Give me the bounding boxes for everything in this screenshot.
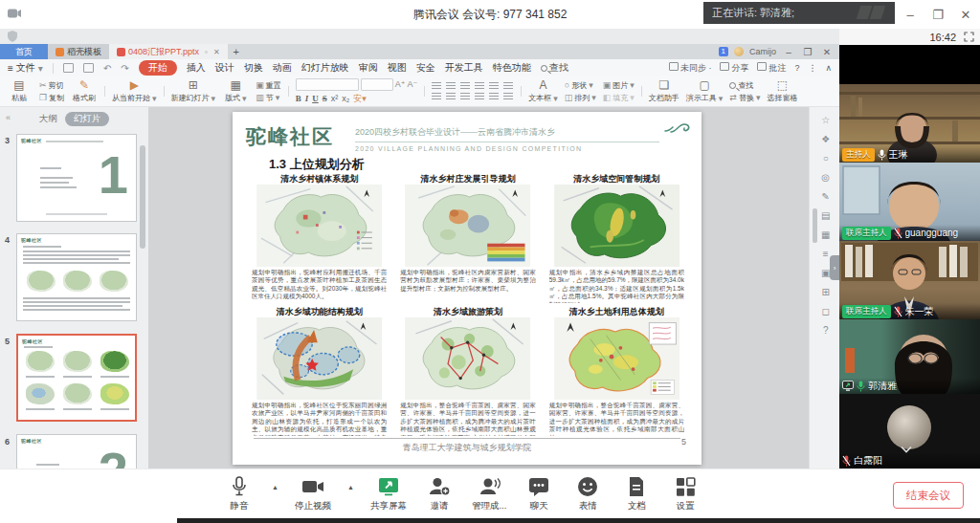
sync-status[interactable]: 未同步 · bbox=[669, 62, 712, 75]
fullscreen-icon[interactable] bbox=[964, 32, 974, 42]
find-button[interactable]: 查找 bbox=[729, 80, 760, 91]
highlight-button[interactable]: 安▾ bbox=[353, 93, 367, 105]
line-spacing-icon[interactable] bbox=[489, 93, 499, 99]
menu-insert[interactable]: 插入 bbox=[187, 61, 206, 75]
superscript-button[interactable]: x² bbox=[331, 94, 339, 103]
video-tile-guangguang[interactable]: 联席主持人 guangguang bbox=[839, 163, 980, 241]
wps-restore-button[interactable]: ❐ bbox=[801, 47, 814, 57]
collapse-ribbon-icon[interactable]: ∧ bbox=[825, 63, 832, 73]
undo-icon[interactable]: ↶ bbox=[103, 63, 111, 74]
layout-tool-icon[interactable]: ▤ bbox=[821, 210, 830, 221]
tab-pin-icon[interactable]: ▫ bbox=[205, 48, 208, 56]
align-left-icon[interactable] bbox=[432, 82, 441, 89]
slide-thumbnail-5-selected[interactable]: 驼峰社区 bbox=[16, 334, 137, 422]
chat-button[interactable]: 聊天 bbox=[523, 476, 555, 512]
textbox-button[interactable]: A文本框▾ bbox=[528, 79, 558, 103]
close-button[interactable]: ✕ bbox=[957, 8, 974, 22]
emoji-button[interactable]: 表情 bbox=[571, 476, 604, 512]
menu-security[interactable]: 安全 bbox=[416, 61, 435, 75]
numbering-icon[interactable] bbox=[446, 93, 456, 99]
canvas-scrollbar[interactable] bbox=[813, 208, 817, 243]
font-size-input[interactable] bbox=[361, 78, 393, 91]
align-right-icon[interactable] bbox=[460, 82, 470, 89]
cut-button[interactable]: ✂剪切 bbox=[39, 80, 64, 91]
menu-animation[interactable]: 动画 bbox=[273, 61, 292, 75]
comment-button[interactable]: 批注 bbox=[757, 62, 786, 75]
settings-button[interactable]: 设置 bbox=[669, 476, 702, 512]
notification-badge[interactable]: 1 bbox=[719, 47, 728, 56]
tab-home[interactable]: 首页 bbox=[0, 44, 48, 59]
help-tool-icon[interactable]: ? bbox=[823, 325, 829, 336]
save-icon[interactable] bbox=[63, 63, 74, 73]
manage-members-button[interactable]: 管理成... bbox=[472, 476, 506, 512]
list-tool-icon[interactable]: ≡ bbox=[823, 249, 829, 259]
bullets-icon[interactable] bbox=[432, 93, 441, 99]
menu-features[interactable]: 特色功能 bbox=[493, 61, 531, 75]
menu-view[interactable]: 视图 bbox=[388, 61, 407, 75]
video-tile-zhuyirong[interactable]: 联席主持人 朱一荣 bbox=[839, 241, 980, 319]
copy-button[interactable]: ❐复制 bbox=[39, 93, 64, 103]
shape-tool-icon[interactable]: ○ bbox=[823, 153, 829, 163]
tab-docer[interactable]: 稻壳模板 bbox=[48, 44, 109, 59]
menu-find[interactable]: 查找 bbox=[541, 61, 568, 75]
strike-button[interactable]: S bbox=[323, 94, 327, 103]
slide-thumbnail-3[interactable]: 驼峰社区 1 bbox=[16, 134, 137, 222]
new-tab-button[interactable]: + bbox=[228, 44, 245, 59]
stop-video-button[interactable]: 停止视频 bbox=[295, 476, 331, 512]
subscript-button[interactable]: x₂ bbox=[342, 94, 349, 103]
font-name-input[interactable] bbox=[296, 78, 359, 91]
menu-transition[interactable]: 切换 bbox=[244, 61, 263, 75]
underline-button[interactable]: U bbox=[312, 94, 319, 103]
reset-button[interactable]: ▣重置 bbox=[256, 80, 281, 91]
paste-button[interactable]: ▤粘贴 bbox=[6, 79, 33, 103]
invite-button[interactable]: 邀请 bbox=[423, 476, 456, 512]
more-icon[interactable]: ⋮ bbox=[808, 63, 816, 73]
menu-devtools[interactable]: 开发工具 bbox=[445, 61, 483, 75]
new-slide-button[interactable]: ⊞新建幻灯片▾ bbox=[171, 79, 216, 103]
replace-button[interactable]: ⇄替换▾ bbox=[729, 93, 760, 103]
align-objects-icon[interactable] bbox=[503, 93, 513, 99]
video-tile-bailuyang[interactable]: 白露阳 bbox=[839, 394, 980, 469]
video-options-arrow[interactable]: ▲ bbox=[347, 484, 354, 490]
video-tile-wanglin[interactable]: 主持人 王琳 bbox=[839, 84, 980, 163]
file-menu[interactable]: ≡ 文件 ▾ bbox=[8, 61, 43, 75]
tab-outline[interactable]: 大纲 bbox=[39, 113, 57, 125]
minimize-button[interactable]: – bbox=[902, 8, 919, 22]
menu-slideshow[interactable]: 幻灯片放映 bbox=[301, 61, 349, 75]
mute-options-arrow[interactable]: ▲ bbox=[272, 484, 278, 490]
text-direction-icon[interactable] bbox=[503, 82, 513, 89]
wps-minimize-button[interactable]: – bbox=[782, 47, 795, 57]
maximize-button[interactable]: ❐ bbox=[929, 8, 947, 22]
picture-button[interactable]: ▣图片▾ bbox=[603, 80, 635, 91]
tab-document[interactable]: 0408汇报PPT.pptx ▫ ✕ bbox=[109, 44, 228, 59]
indent-less-icon[interactable] bbox=[460, 93, 470, 99]
fill-button[interactable]: ◧填充▾ bbox=[603, 93, 635, 103]
wps-close-button[interactable]: ✕ bbox=[820, 47, 834, 57]
chart-tool-icon[interactable]: ▦ bbox=[821, 229, 830, 240]
justify-icon[interactable] bbox=[475, 82, 484, 89]
end-meeting-button[interactable]: 结束会议 bbox=[893, 482, 964, 509]
video-tile-guoqingya[interactable]: 郭清雅 bbox=[839, 319, 980, 394]
align-center-icon[interactable] bbox=[446, 82, 456, 89]
help-button[interactable]: ? bbox=[794, 63, 799, 73]
edit-tool-icon[interactable]: ✎ bbox=[822, 191, 830, 202]
layout-button[interactable]: ▦版式▾ bbox=[222, 79, 249, 103]
menu-design[interactable]: 设计 bbox=[215, 61, 234, 75]
account-avatar[interactable] bbox=[734, 47, 744, 56]
bold-button[interactable]: B bbox=[296, 94, 301, 103]
slide-thumbnail-6[interactable]: 驼峰社区 2 bbox=[16, 434, 137, 469]
arrange-button[interactable]: ◫排列▾ bbox=[565, 93, 596, 103]
indent-more-icon[interactable] bbox=[475, 93, 484, 99]
select-pane-button[interactable]: ⬚选择窗格 bbox=[767, 79, 797, 103]
doc-helper-button[interactable]: ❏文档助手 bbox=[649, 79, 679, 103]
font-shrink-icon[interactable]: A⁻ bbox=[407, 79, 417, 89]
menu-review[interactable]: 审阅 bbox=[359, 61, 378, 75]
redo-icon[interactable]: ↷ bbox=[121, 63, 128, 74]
shape-button[interactable]: ○形状▾ bbox=[565, 80, 596, 91]
columns-icon[interactable] bbox=[489, 82, 499, 89]
menu-start[interactable]: 开始 bbox=[139, 60, 177, 76]
section-button[interactable]: ▥节▾ bbox=[256, 93, 281, 103]
italic-button[interactable]: I bbox=[305, 94, 309, 103]
panel-scrollbar[interactable] bbox=[140, 145, 145, 249]
format-painter-button[interactable]: ✎格式刷 bbox=[71, 79, 98, 103]
